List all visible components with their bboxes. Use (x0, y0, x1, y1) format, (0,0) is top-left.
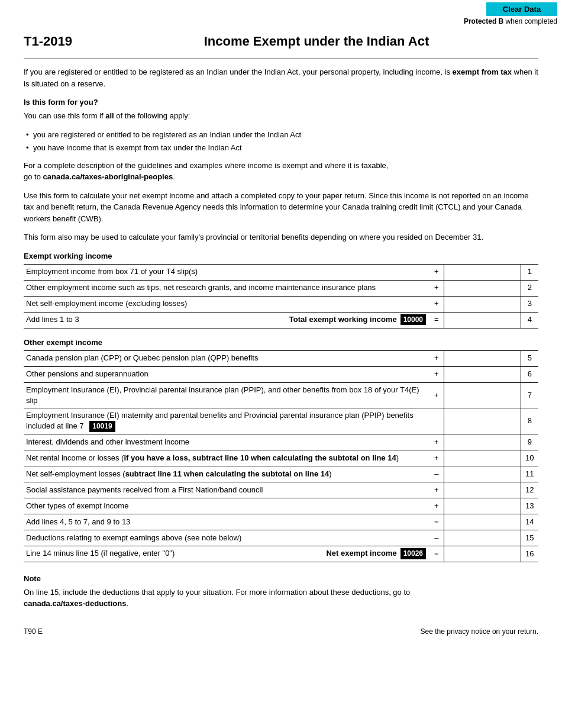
all-bold: all (105, 111, 114, 120)
note-section: Note On line 15, include the deductions … (24, 574, 538, 610)
line15-operator: – (429, 530, 444, 546)
line16-operator: = (429, 546, 444, 562)
protected-label: Protected B when completed (464, 17, 557, 25)
line6-input[interactable] (447, 369, 518, 381)
line7-operator: + (429, 382, 444, 408)
line6-operator: + (429, 366, 444, 382)
line15-linenum: 15 (521, 530, 538, 546)
form-number: T1-2019 (24, 34, 95, 49)
note-text: On line 15, include the deductions that … (24, 587, 538, 610)
bullet-item-1: you are registered or entitled to be reg… (24, 129, 538, 141)
line9-input-cell[interactable] (444, 434, 521, 450)
line4-input-cell[interactable] (444, 312, 521, 328)
line10-input[interactable] (447, 452, 518, 464)
line15-input[interactable] (447, 532, 518, 544)
line10-bold: if you have a loss, subtract line 10 whe… (124, 453, 396, 462)
line16-code: 10026 (400, 548, 426, 559)
footer-bar: T90 E See the privacy notice on your ret… (24, 627, 538, 642)
line10-input-cell[interactable] (444, 450, 521, 466)
privacy-text: See the privacy notice on your return. (421, 627, 538, 636)
line15-desc: Deductions relating to exempt earnings a… (24, 530, 429, 546)
section1-intro: You can use this form if all of the foll… (24, 110, 538, 122)
table-row: Interest, dividends and other investment… (24, 434, 538, 450)
line16-input-cell[interactable] (444, 546, 521, 562)
intro-paragraph2: For a complete description of the guidel… (24, 160, 538, 183)
line7-desc: Employment Insurance (EI), Provincial pa… (24, 382, 429, 408)
line7-input[interactable] (447, 389, 518, 401)
line13-input[interactable] (447, 500, 518, 512)
line4-input[interactable] (447, 314, 518, 326)
line11-input[interactable] (447, 468, 518, 480)
line5-input-cell[interactable] (444, 350, 521, 366)
line3-input[interactable] (447, 298, 518, 310)
line4-linenum: 4 (521, 312, 538, 328)
line11-input-cell[interactable] (444, 466, 521, 482)
line6-input-cell[interactable] (444, 366, 521, 382)
table-row: Other types of exempt income + 13 (24, 498, 538, 514)
intro-paragraph1: If you are registered or entitled to be … (24, 66, 538, 89)
table-row: Social assistance payments received from… (24, 482, 538, 498)
form-code: T90 E (24, 627, 43, 636)
line15-input-cell[interactable] (444, 530, 521, 546)
line8-input[interactable] (447, 415, 518, 427)
line9-desc: Interest, dividends and other investment… (24, 434, 429, 450)
table-row: Other employment income such as tips, ne… (24, 280, 538, 296)
line8-input-cell[interactable] (444, 408, 521, 434)
line13-input-cell[interactable] (444, 498, 521, 514)
line2-input-cell[interactable] (444, 280, 521, 296)
line12-linenum: 12 (521, 482, 538, 498)
line16-pre: Line 14 minus line 15 (if negative, ente… (26, 548, 175, 559)
line8-linenum: 8 (521, 408, 538, 434)
line3-operator: + (429, 296, 444, 312)
line2-desc: Other employment income such as tips, ne… (24, 280, 429, 296)
line11-desc: Net self-employment losses (subtract lin… (24, 466, 429, 482)
table-row: Employment income from box 71 of your T4… (24, 264, 538, 280)
line16-desc: Line 14 minus line 15 (if negative, ente… (24, 546, 429, 561)
line14-input-cell[interactable] (444, 514, 521, 530)
form-title: Income Exempt under the Indian Act (95, 34, 538, 49)
line13-linenum: 13 (521, 498, 538, 514)
table-row: Net self-employment losses (subtract lin… (24, 466, 538, 482)
line9-linenum: 9 (521, 434, 538, 450)
form-header: T1-2019 Income Exempt under the Indian A… (24, 34, 538, 49)
line8-text: Employment Insurance (EI) maternity and … (26, 411, 414, 430)
bullet-item-2: you have income that is exempt from tax … (24, 142, 538, 154)
line5-input[interactable] (447, 353, 518, 365)
table-row: Line 14 minus line 15 (if negative, ente… (24, 546, 538, 562)
top-bar: Clear Data Protected B when completed (0, 0, 562, 28)
line5-linenum: 5 (521, 350, 538, 366)
line1-input-cell[interactable] (444, 264, 521, 280)
table-row: Canada pension plan (CPP) or Quebec pens… (24, 350, 538, 366)
line1-input[interactable] (447, 266, 518, 278)
line14-desc: Add lines 4, 5 to 7, and 9 to 13 (24, 514, 429, 530)
line8-desc: Employment Insurance (EI) maternity and … (24, 408, 429, 434)
main-content: T1-2019 Income Exempt under the Indian A… (0, 28, 562, 653)
line13-desc: Other types of exempt income (24, 498, 429, 514)
line6-linenum: 6 (521, 366, 538, 382)
other-exempt-income-table: Canada pension plan (CPP) or Quebec pens… (24, 350, 538, 562)
line9-input[interactable] (447, 436, 518, 448)
line3-desc: Net self-employment income (excluding lo… (24, 296, 429, 312)
line4-desc: Add lines 1 to 3 Total exempt working in… (24, 313, 429, 327)
line1-desc: Employment income from box 71 of your T4… (24, 264, 429, 280)
line5-operator: + (429, 350, 444, 366)
bullet-list: you are registered or entitled to be reg… (24, 129, 538, 154)
aboriginal-link: canada.ca/taxes-aboriginal-peoples (43, 172, 173, 181)
line3-input-cell[interactable] (444, 296, 521, 312)
line6-desc: Other pensions and superannuation (24, 366, 429, 382)
line12-input[interactable] (447, 484, 518, 496)
exempt-working-income-heading: Exempt working income (24, 252, 538, 260)
table-row: Net self-employment income (excluding lo… (24, 296, 538, 312)
clear-data-button[interactable]: Clear Data (486, 2, 557, 16)
exempt-working-income-table: Employment income from box 71 of your T4… (24, 264, 538, 328)
line1-operator: + (429, 264, 444, 280)
line16-input[interactable] (447, 548, 518, 560)
table-row: Employment Insurance (EI) maternity and … (24, 408, 538, 434)
deductions-link: canada.ca/taxes-deductions (24, 599, 126, 608)
line12-input-cell[interactable] (444, 482, 521, 498)
line7-input-cell[interactable] (444, 382, 521, 408)
line8-code: 10019 (89, 421, 115, 432)
line4-total-label: Total exempt working income (289, 314, 397, 325)
line2-input[interactable] (447, 282, 518, 294)
line14-input[interactable] (447, 516, 518, 528)
